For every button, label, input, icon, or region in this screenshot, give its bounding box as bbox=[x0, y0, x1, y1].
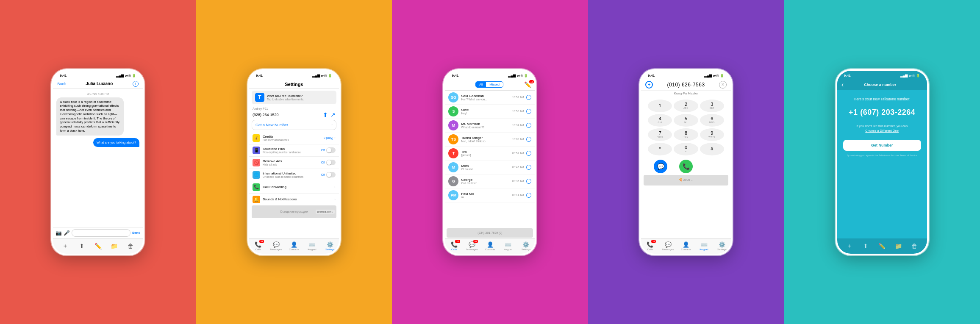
edit-icon-5[interactable]: ✏️ bbox=[878, 242, 886, 250]
tab-messages[interactable]: 💬 Messages bbox=[267, 239, 285, 254]
messages-screen: Back Julia Luciano i 3/07/19 4:35 PM A b… bbox=[53, 79, 143, 238]
dial-key-1[interactable]: 1 bbox=[648, 100, 672, 112]
plus-icon-5[interactable]: ＋ bbox=[846, 242, 853, 250]
talkatone-plus-off: Off bbox=[321, 149, 325, 152]
dialer-close-button[interactable]: ✕ bbox=[719, 81, 727, 89]
dial-key-star[interactable]: * bbox=[648, 143, 672, 155]
credits-row[interactable]: 💰 Credits For international calls 0 (Buy… bbox=[249, 132, 339, 144]
calls-tab-messages[interactable]: 💬 20 Messages bbox=[463, 239, 481, 254]
share-icon[interactable]: ⬆ bbox=[78, 242, 86, 250]
status-time-4: 9:41 bbox=[648, 74, 655, 78]
choose-back-button[interactable]: ‹ bbox=[841, 81, 844, 89]
get-new-number-row[interactable]: Get a New Number › bbox=[252, 120, 336, 130]
info-btn-mom[interactable]: i bbox=[526, 165, 531, 170]
dial-key-8[interactable]: 8 TUV bbox=[674, 128, 698, 141]
camera-button[interactable]: 📷 bbox=[56, 230, 62, 236]
call-item-paul[interactable]: PM Paul Mill ok 08:14 AM i bbox=[445, 188, 535, 202]
trash-icon[interactable]: 🗑 bbox=[127, 242, 134, 250]
dial-key-4[interactable]: 4 GHI bbox=[648, 114, 672, 127]
tab-keypad[interactable]: ⌨️ Keypad bbox=[303, 239, 321, 254]
dialer-tab-contacts[interactable]: 👤 Contacts bbox=[677, 239, 695, 254]
send-button[interactable]: Send bbox=[132, 231, 141, 235]
intl-unlimited-row[interactable]: 🌐 International Unlimited Unlimited call… bbox=[249, 169, 339, 181]
dial-message-button[interactable]: 💬 bbox=[654, 160, 667, 173]
dial-key-6[interactable]: 6 MNO bbox=[700, 114, 724, 127]
info-btn-paul[interactable]: i bbox=[526, 193, 531, 198]
call-item-mom[interactable]: M Mom Of course... 09:45 AM i bbox=[445, 161, 535, 174]
back-button[interactable]: Back bbox=[57, 82, 66, 86]
dialer-tab-calls[interactable]: 📞 10 Calls bbox=[641, 239, 659, 254]
tab-msg-badge-wrapper: 💬 20 bbox=[469, 241, 475, 248]
dial-key-2[interactable]: 2 ABC bbox=[674, 100, 698, 112]
credits-sub: For international calls bbox=[263, 138, 289, 141]
share-icon-5[interactable]: ⬆ bbox=[862, 242, 869, 250]
intl-unlimited-toggle[interactable] bbox=[326, 172, 336, 177]
info-btn-saul[interactable]: i bbox=[526, 95, 531, 100]
ad-image-banner[interactable]: Осещание проходки promod.com › bbox=[252, 205, 336, 218]
calls-tab-keypad[interactable]: ⌨️ Keypad bbox=[499, 239, 517, 254]
add-contact-button[interactable]: + bbox=[645, 81, 653, 89]
dial-key-9[interactable]: 9 WXYZ bbox=[700, 128, 724, 141]
call-item-talitha[interactable]: TS Talitha Stinger Nah, I don't think so… bbox=[445, 133, 535, 147]
dial-call-button[interactable]: 📞 bbox=[679, 160, 693, 173]
calls-ad-banner[interactable]: (234) 201-7629 (0) bbox=[447, 228, 533, 238]
call-name-talitha: Talitha Stinger bbox=[461, 136, 510, 140]
status-icons-2: ▂▄▆ wifi 🔋 bbox=[312, 74, 332, 78]
call-forwarding-row[interactable]: 📞 Call Forwarding › bbox=[249, 181, 339, 193]
tab-contacts[interactable]: 👤 Contacts bbox=[285, 239, 303, 254]
choose-different-link[interactable]: Choose a Different One bbox=[865, 129, 899, 133]
mic-button[interactable]: 🎤 bbox=[64, 230, 70, 236]
talkatone-plus-row[interactable]: 📱 Talkatone Plus Non-expiring number and… bbox=[249, 144, 339, 156]
info-btn-tim[interactable]: i bbox=[526, 151, 531, 156]
tab-settings[interactable]: ⚙️ Settings bbox=[321, 239, 339, 254]
talkatone-plus-toggle[interactable] bbox=[326, 147, 336, 153]
info-button[interactable]: i bbox=[133, 81, 139, 87]
share-number-icon[interactable]: ↗ bbox=[330, 111, 336, 118]
filter-all-button[interactable]: All bbox=[476, 82, 486, 87]
plus-icon[interactable]: ＋ bbox=[61, 242, 69, 250]
dial-key-hash[interactable]: # bbox=[700, 143, 724, 155]
info-btn-talitha[interactable]: i bbox=[526, 137, 531, 142]
dialer-ad-banner[interactable]: 🍕 2000 ... bbox=[644, 175, 728, 186]
get-number-button[interactable]: Get Number bbox=[843, 140, 921, 151]
ad-banner[interactable]: T Want Ad-Free Talkatone? Tap to disable… bbox=[252, 91, 336, 104]
info-btn-stive[interactable]: i bbox=[526, 109, 531, 114]
calls-tab-calls[interactable]: 📞 10 Calls bbox=[445, 239, 463, 254]
call-item-morrison[interactable]: M Mr. Morrison What do u mean?? 10:34 AM… bbox=[445, 119, 535, 133]
trash-icon-5[interactable]: 🗑 bbox=[911, 242, 918, 250]
message-input[interactable] bbox=[72, 229, 130, 237]
call-item-stive[interactable]: S Stive Hey! 10:50 AM i bbox=[445, 105, 535, 119]
choose-subtitle: Here's your new Talkatone number: bbox=[854, 97, 910, 101]
dial-key-3[interactable]: 3 DEF bbox=[700, 100, 724, 112]
copy-icon[interactable]: ⬆ bbox=[323, 111, 328, 118]
calls-tab-contacts[interactable]: 👤 Contacts bbox=[481, 239, 499, 254]
call-item-tim[interactable]: T Tim [picture] 09:57 AM i bbox=[445, 147, 535, 161]
panel-settings: 9:41 ▂▄▆ wifi 🔋 Settings T Want Ad-Free … bbox=[196, 0, 392, 324]
info-btn-george[interactable]: i bbox=[526, 179, 531, 184]
tab-calls[interactable]: 📞 10 Calls bbox=[249, 239, 267, 254]
dial-key-7-letters: PQRS bbox=[657, 136, 664, 138]
dialer-tab-keypad[interactable]: ⌨️ Keypad bbox=[695, 239, 713, 254]
signal-icon-4: ▂▄▆ bbox=[704, 74, 712, 78]
call-item-george[interactable]: G George Call me later 08:35 AM i bbox=[445, 174, 535, 188]
folder-icon[interactable]: 📁 bbox=[111, 242, 118, 250]
calls-tab-settings[interactable]: ⚙️ Settings bbox=[517, 239, 535, 254]
chevron-icon: › bbox=[331, 123, 333, 127]
call-info-paul: Paul Mill ok bbox=[461, 192, 510, 199]
calls-tab-bar: 📞 10 Calls 💬 20 Messages 👤 Contacts ⌨️ K… bbox=[445, 238, 535, 254]
dial-key-0[interactable]: 0 + bbox=[674, 143, 698, 155]
dialer-tab-settings[interactable]: ⚙️ Settings bbox=[713, 239, 731, 254]
folder-icon-5[interactable]: 📁 bbox=[894, 242, 902, 250]
remove-ads-row[interactable]: 🚫 Remove Ads Hide all ads Off bbox=[249, 156, 339, 169]
remove-ads-off: Off bbox=[321, 161, 325, 164]
remove-ads-toggle[interactable] bbox=[326, 160, 336, 165]
filter-missed-button[interactable]: Missed bbox=[486, 82, 503, 87]
info-btn-morrison[interactable]: i bbox=[526, 123, 531, 128]
dialer-tab-messages[interactable]: 💬 Messages bbox=[659, 239, 677, 254]
call-msg-paul: ok bbox=[461, 196, 510, 199]
dial-key-7[interactable]: 7 PQRS bbox=[648, 128, 672, 141]
sounds-row[interactable]: 🔔 Sounds & Notifications › bbox=[249, 193, 339, 205]
edit-icon[interactable]: ✏️ bbox=[94, 242, 102, 250]
dial-key-5[interactable]: 5 JKL bbox=[674, 114, 698, 127]
call-item-saul[interactable]: SG Saul Goodman Huh? What are you... 10:… bbox=[445, 91, 535, 105]
